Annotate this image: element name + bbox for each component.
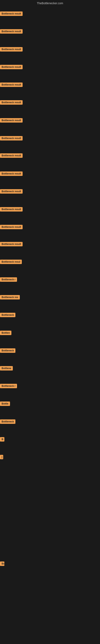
bottleneck-result-badge[interactable]: Bottleneck result [0, 136, 23, 140]
bottleneck-result-badge[interactable]: | [0, 455, 3, 459]
bottleneck-result-badge[interactable]: Bottleneck result [0, 47, 23, 52]
bottleneck-result-badge[interactable]: Bottlene [0, 366, 13, 370]
bottleneck-result-badge[interactable]: Bottleneck result [0, 242, 23, 246]
bottleneck-result-row: Bottleneck result [0, 136, 23, 141]
bottleneck-result-badge[interactable]: Bottleneck r [0, 277, 17, 282]
bottleneck-result-row: Bottleneck result [0, 207, 23, 212]
bottleneck-result-badge[interactable]: Bottleneck [0, 313, 15, 317]
bottleneck-result-badge[interactable]: Bottle [0, 402, 10, 406]
bottleneck-result-row: Bottleneck resul [0, 260, 22, 265]
bottleneck-result-badge[interactable]: Bottleneck result [0, 189, 23, 194]
bottleneck-result-row: Bottleneck result [0, 100, 23, 106]
bottleneck-result-badge[interactable]: Bottleneck r [0, 384, 17, 388]
bottleneck-result-row: Bottleneck [0, 313, 15, 318]
bottleneck-result-row: Bottleneck result [0, 225, 23, 230]
bottleneck-result-badge[interactable]: Bottleneck resul [0, 260, 22, 264]
bottleneck-result-badge[interactable]: Bottleneck result [0, 100, 23, 105]
bottleneck-result-badge[interactable]: Bottleneck res [0, 295, 20, 300]
bottleneck-result-badge[interactable]: Bottlen [0, 331, 11, 335]
bottleneck-result-row: Bottleneck result [0, 172, 23, 177]
bottleneck-result-badge[interactable]: Bottleneck result [0, 153, 23, 158]
bottleneck-result-badge[interactable]: Bottleneck result [0, 225, 23, 229]
bottleneck-result-row: Bottleneck result [0, 153, 23, 158]
bottleneck-result-row: Bottleneck r [0, 384, 17, 389]
bottleneck-result-row: Bottlen [0, 331, 11, 336]
bottleneck-result-row: Bottleneck [0, 420, 15, 425]
bottleneck-result-row: Bottleneck result [0, 65, 23, 70]
bottleneck-result-row: Bottleneck result [0, 118, 23, 123]
bottleneck-result-badge[interactable]: Bottleneck result [0, 65, 23, 69]
bottleneck-result-row: Bottleneck [0, 348, 15, 354]
bottleneck-result-badge[interactable]: Bottleneck [0, 420, 15, 424]
bottleneck-result-badge[interactable]: Bottleneck result [0, 12, 23, 16]
bottleneck-result-row: Bottleneck res [0, 295, 20, 300]
bottleneck-result-row: Bottleneck r [0, 277, 17, 282]
bottleneck-result-row: B [0, 437, 4, 442]
bottleneck-result-badge[interactable]: B [0, 437, 4, 442]
bottleneck-result-badge[interactable]: Bottleneck [0, 348, 15, 353]
bottleneck-result-badge[interactable]: Bottleneck result [0, 172, 23, 176]
bottleneck-result-row: Bottlene [0, 366, 13, 371]
bottleneck-result-badge[interactable]: Bo [0, 562, 4, 566]
page-wrapper: TheBottlenecker.com Bottleneck resultBot… [0, 0, 100, 644]
bottleneck-result-badge[interactable]: Bottleneck result [0, 207, 23, 212]
bottleneck-result-row: Bottleneck result [0, 242, 23, 247]
bottleneck-result-row: Bottleneck result [0, 12, 23, 17]
bottleneck-result-row: Bottleneck result [0, 189, 23, 194]
bottleneck-result-row: | [0, 455, 3, 460]
site-title: TheBottlenecker.com [0, 0, 100, 6]
bottleneck-result-row: Bottleneck result [0, 82, 23, 88]
bottleneck-result-row: Bottle [0, 402, 10, 407]
bottleneck-result-row: Bo [0, 562, 4, 567]
bottleneck-result-row: Bottleneck result [0, 29, 23, 34]
bottleneck-result-row: Bottleneck result [0, 47, 23, 52]
bottleneck-result-badge[interactable]: Bottleneck result [0, 82, 23, 87]
bottleneck-result-badge[interactable]: Bottleneck result [0, 118, 23, 122]
bottleneck-result-badge[interactable]: Bottleneck result [0, 29, 23, 34]
